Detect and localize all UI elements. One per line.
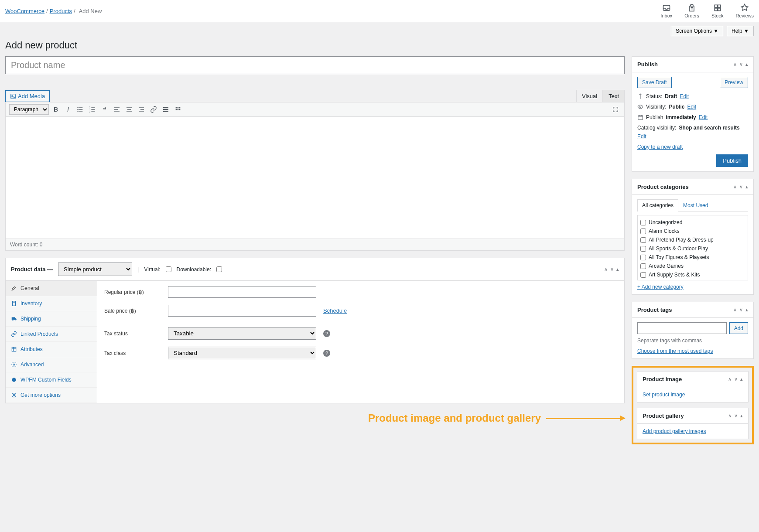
virtual-checkbox[interactable] — [166, 266, 171, 272]
downloadable-checkbox[interactable] — [216, 266, 222, 272]
align-right-icon[interactable] — [136, 104, 147, 115]
svg-point-6 — [12, 95, 13, 96]
format-select[interactable]: Paragraph — [9, 104, 49, 115]
fullscreen-icon[interactable] — [610, 104, 621, 115]
category-item[interactable]: Arcade Games — [640, 262, 745, 270]
inbox-icon[interactable]: Inbox — [660, 3, 672, 18]
up-icon[interactable]: ∧ — [733, 307, 737, 313]
toggle-icon[interactable]: ▴ — [740, 413, 743, 419]
tab-advanced[interactable]: Advanced — [6, 357, 97, 372]
toggle-icon[interactable]: ▴ — [616, 266, 619, 272]
up-icon[interactable]: ∧ — [733, 184, 737, 190]
tags-title: Product tags — [637, 307, 672, 313]
category-item[interactable]: Art Supply Sets & Kits — [640, 270, 745, 279]
add-tag-button[interactable]: Add — [729, 322, 748, 334]
quote-icon[interactable]: ❝ — [99, 104, 110, 115]
down-icon[interactable]: ∨ — [610, 266, 614, 272]
publish-button[interactable]: Publish — [716, 154, 748, 167]
down-icon[interactable]: ∨ — [739, 61, 743, 67]
edit-catalog-link[interactable]: Edit — [637, 133, 646, 140]
link-icon[interactable] — [148, 104, 159, 115]
down-icon[interactable]: ∨ — [734, 376, 738, 382]
category-checkbox[interactable] — [640, 272, 646, 278]
bullet-list-icon[interactable] — [75, 104, 85, 115]
italic-icon[interactable]: I — [63, 104, 73, 115]
toggle-icon[interactable]: ▴ — [745, 61, 748, 67]
category-checkbox[interactable] — [640, 237, 646, 243]
add-category-link[interactable]: + Add new category — [637, 284, 684, 290]
product-gallery-title: Product gallery — [643, 413, 684, 419]
category-item[interactable]: All Toy Figures & Playsets — [640, 253, 745, 262]
tab-shipping[interactable]: Shipping — [6, 311, 97, 327]
tab-most-used[interactable]: Most Used — [678, 199, 713, 211]
category-item[interactable]: Arts & Crafts — [640, 279, 745, 280]
breadcrumb-woo[interactable]: WooCommerce — [5, 8, 44, 14]
schedule-link[interactable]: Schedule — [323, 307, 347, 314]
up-icon[interactable]: ∧ — [728, 413, 732, 419]
orders-icon[interactable]: Orders — [684, 3, 699, 18]
category-checkbox[interactable] — [640, 228, 646, 234]
save-draft-button[interactable]: Save Draft — [637, 77, 672, 88]
svg-rect-37 — [179, 109, 181, 110]
more-icon[interactable] — [161, 104, 171, 115]
set-product-image-link[interactable]: Set product image — [643, 392, 685, 398]
product-type-select[interactable]: Simple product — [58, 263, 132, 276]
tax-class-select[interactable]: Standard — [168, 347, 316, 359]
category-item[interactable]: All Sports & Outdoor Play — [640, 244, 745, 253]
toolbar-toggle-icon[interactable] — [173, 104, 183, 115]
toggle-icon[interactable]: ▴ — [740, 376, 743, 382]
up-icon[interactable]: ∧ — [728, 376, 732, 382]
svg-rect-3 — [718, 5, 720, 7]
copy-draft-link[interactable]: Copy to a new draft — [637, 144, 683, 150]
category-checkbox[interactable] — [640, 220, 646, 225]
stock-icon[interactable]: Stock — [711, 3, 724, 18]
category-item[interactable]: All Pretend Play & Dress-up — [640, 235, 745, 244]
tax-status-select[interactable]: Taxable — [168, 327, 316, 340]
breadcrumb-products[interactable]: Products — [50, 8, 72, 14]
reviews-icon[interactable]: Reviews — [735, 3, 754, 18]
up-icon[interactable]: ∧ — [733, 61, 737, 67]
help-icon[interactable]: ? — [323, 330, 330, 337]
down-icon[interactable]: ∨ — [739, 184, 743, 190]
number-list-icon[interactable]: 123 — [87, 104, 98, 115]
up-icon[interactable]: ∧ — [604, 266, 608, 272]
editor-textarea[interactable] — [5, 117, 625, 239]
screen-options-button[interactable]: Screen Options ▼ — [671, 26, 723, 36]
tab-inventory[interactable]: Inventory — [6, 296, 97, 311]
tag-input[interactable] — [637, 322, 727, 334]
add-gallery-link[interactable]: Add product gallery images — [643, 428, 706, 434]
align-left-icon[interactable] — [112, 104, 122, 115]
tab-attributes[interactable]: Attributes — [6, 342, 97, 357]
tab-all-categories[interactable]: All categories — [637, 199, 678, 211]
category-checkbox[interactable] — [640, 263, 646, 269]
category-item[interactable]: Uncategorized — [640, 218, 745, 227]
tab-text[interactable]: Text — [603, 90, 625, 102]
regular-price-input[interactable] — [168, 286, 316, 298]
tab-wpfm[interactable]: WPFM Custom Fields — [6, 372, 97, 388]
add-media-button[interactable]: Add Media — [5, 90, 50, 102]
tab-more-options[interactable]: Get more options — [6, 388, 97, 403]
bold-icon[interactable]: B — [51, 104, 61, 115]
preview-button[interactable]: Preview — [720, 77, 748, 88]
svg-rect-36 — [178, 109, 179, 110]
edit-status-link[interactable]: Edit — [680, 93, 689, 99]
help-button[interactable]: Help ▼ — [727, 26, 754, 36]
category-item[interactable]: Alarm Clocks — [640, 227, 745, 235]
down-icon[interactable]: ∨ — [734, 413, 738, 419]
toggle-icon[interactable]: ▴ — [745, 184, 748, 190]
edit-visibility-link[interactable]: Edit — [687, 104, 696, 110]
tab-visual[interactable]: Visual — [576, 90, 603, 102]
tab-general[interactable]: General — [6, 281, 97, 296]
svg-rect-17 — [91, 107, 95, 108]
align-center-icon[interactable] — [124, 104, 134, 115]
choose-tags-link[interactable]: Choose from the most used tags — [637, 348, 713, 354]
toggle-icon[interactable]: ▴ — [745, 307, 748, 313]
category-checkbox[interactable] — [640, 246, 646, 252]
help-icon[interactable]: ? — [323, 350, 330, 357]
category-checkbox[interactable] — [640, 255, 646, 260]
product-name-input[interactable] — [5, 56, 625, 74]
tab-linked[interactable]: Linked Products — [6, 327, 97, 342]
sale-price-input[interactable] — [168, 305, 316, 317]
edit-publish-link[interactable]: Edit — [699, 114, 708, 120]
down-icon[interactable]: ∨ — [739, 307, 743, 313]
